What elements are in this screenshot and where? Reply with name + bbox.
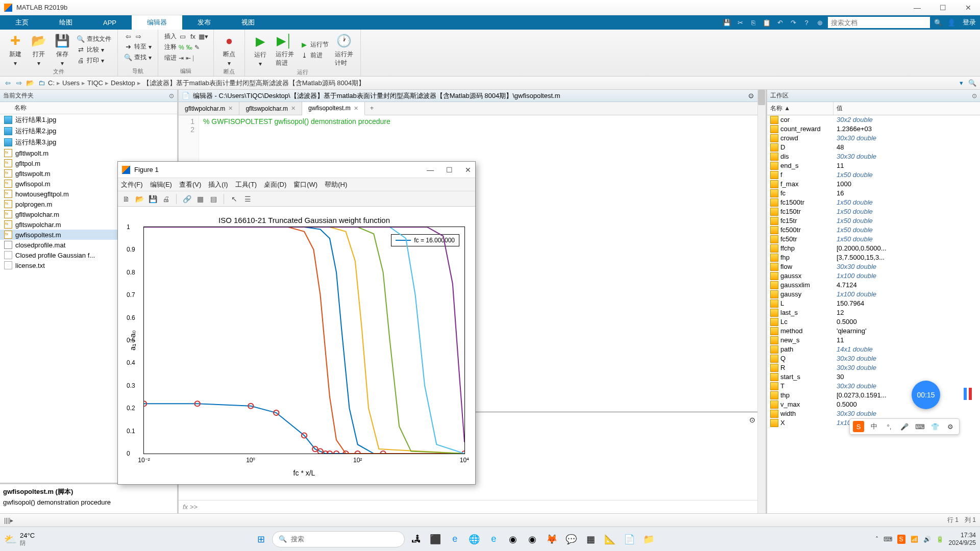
nav-arrows[interactable]: ⇦⇨	[123, 32, 153, 41]
cmd-menu-icon[interactable]: ⊙	[749, 416, 755, 424]
nav-fwd-icon[interactable]: ⇨	[14, 79, 23, 88]
workspace-row[interactable]: start_s30	[767, 372, 980, 382]
figure-menu-item[interactable]: 文件(F)	[121, 180, 143, 189]
fig-maximize-button[interactable]: ☐	[446, 166, 453, 174]
open-fig-icon[interactable]: 📂	[134, 194, 144, 204]
paste-icon[interactable]: 📋	[762, 17, 772, 28]
figure-menu-item[interactable]: 查看(V)	[179, 180, 201, 189]
file-row[interactable]: gfltlwpolt.m	[0, 148, 177, 158]
ime-skin-icon[interactable]: 👕	[929, 421, 941, 432]
tray-volume-icon[interactable]: 🔊	[923, 536, 931, 543]
workspace-row[interactable]: fc15tr1x50 double	[767, 216, 980, 226]
start-button[interactable]: ⊞	[253, 531, 269, 547]
workspace-row[interactable]: flow30x30 double	[767, 262, 980, 271]
add-tab-button[interactable]: +	[365, 102, 379, 115]
workspace-row[interactable]: gaussxlim4.7124	[767, 281, 980, 290]
workspace-row[interactable]: fc500tr1x50 double	[767, 226, 980, 235]
ime-menu-icon[interactable]: ⚙	[945, 421, 956, 432]
editor-tab[interactable]: gwfisopoltest.m✕	[302, 102, 365, 115]
new-fig-icon[interactable]: 🗎	[121, 194, 131, 204]
chrome-icon[interactable]: ◉	[524, 531, 541, 547]
workspace-menu-icon[interactable]: ⊙	[972, 92, 977, 99]
maximize-button[interactable]: ☐	[935, 4, 950, 12]
help-icon[interactable]: ?	[801, 17, 812, 28]
nav-back-icon[interactable]: ⇦	[3, 79, 12, 88]
addon-icon[interactable]: ⊕	[815, 17, 825, 28]
indent-button[interactable]: 缩进 ⇥ ⇤ ⎸	[163, 53, 208, 63]
workspace-row[interactable]: crowd30x30 double	[767, 134, 980, 143]
editor-menu-icon[interactable]: ⊙	[748, 92, 754, 99]
layout2-icon[interactable]: ▤	[208, 194, 218, 204]
ime-keyboard-icon[interactable]: ⌨	[914, 421, 925, 432]
ime-voice-icon[interactable]: 🎤	[899, 421, 910, 432]
edge-icon[interactable]: 🌐	[466, 531, 482, 547]
save-fig-icon[interactable]: 💾	[148, 194, 158, 204]
figure-menu-item[interactable]: 工具(T)	[235, 180, 257, 189]
ime-logo-icon[interactable]: S	[853, 421, 864, 432]
chrome-canary-icon[interactable]: ◉	[505, 531, 521, 547]
editor-tab[interactable]: gfltlwpolchar.m✕	[179, 102, 239, 115]
workspace-row[interactable]: path14x1 double	[767, 345, 980, 354]
workspace-row[interactable]: R30x30 double	[767, 363, 980, 372]
undo-icon[interactable]: ↶	[775, 17, 785, 28]
save-button[interactable]: 💾保存▾	[52, 32, 72, 68]
tray-battery-icon[interactable]: 🔋	[936, 536, 944, 543]
search-docs-input[interactable]	[828, 17, 930, 28]
workspace-row[interactable]: count_reward1.2366e+03	[767, 124, 980, 134]
advance-button[interactable]: ⤓前进	[299, 51, 330, 60]
weather-widget[interactable]: ⛅ 24°C阴	[4, 532, 35, 547]
tab-plots[interactable]: 绘图	[44, 15, 88, 30]
nav-browse-icon[interactable]: 🗀	[37, 79, 46, 88]
close-button[interactable]: ✕	[961, 4, 976, 12]
inspect-icon[interactable]: ☰	[242, 194, 253, 204]
command-prompt[interactable]: fx >>	[179, 500, 766, 513]
editor-tab[interactable]: gfltswpolchar.m✕	[239, 102, 302, 115]
tray-chevron-icon[interactable]: ˄	[875, 536, 878, 543]
figure-menu-item[interactable]: 桌面(D)	[264, 180, 286, 189]
login-link[interactable]: 登录	[963, 18, 976, 27]
app-icon[interactable]: ⬛	[427, 531, 444, 547]
workspace-row[interactable]: last_s12	[767, 308, 980, 317]
workspace-row[interactable]: f1x50 double	[767, 170, 980, 180]
nav-up-icon[interactable]: 📂	[26, 79, 35, 88]
editor-scrollbar[interactable]	[757, 115, 766, 411]
tab-close-icon[interactable]: ✕	[354, 105, 358, 112]
tray-wifi-icon[interactable]: 📶	[911, 536, 918, 543]
figure-menu-item[interactable]: 帮助(H)	[325, 180, 347, 189]
matlab-icon[interactable]: 📐	[602, 531, 618, 547]
tab-editor[interactable]: 编辑器	[132, 15, 182, 30]
minimize-button[interactable]: —	[910, 4, 925, 12]
workspace-row[interactable]: ffchp[0.2000,0.5000...	[767, 244, 980, 253]
workspace-row[interactable]: width30x30 double	[767, 409, 980, 418]
workspace-row[interactable]: L150.7964	[767, 299, 980, 308]
workspace-row[interactable]: f_max1000	[767, 180, 980, 189]
figure-menu-item[interactable]: 窗口(W)	[293, 180, 317, 189]
fig-close-button[interactable]: ✕	[465, 166, 471, 174]
tab-home[interactable]: 主页	[0, 15, 44, 30]
compare-button[interactable]: ⇄比较▾	[76, 45, 112, 55]
save-icon[interactable]: 💾	[722, 17, 732, 28]
print-button[interactable]: 🖨打印▾	[76, 56, 112, 65]
tray-icon[interactable]: ⌨	[884, 536, 892, 543]
wechat-icon[interactable]: 💬	[563, 531, 579, 547]
copy-icon[interactable]: ⎘	[748, 17, 758, 28]
browser-icon[interactable]: e	[485, 531, 502, 547]
open-button[interactable]: 📂打开▾	[29, 32, 49, 68]
workspace-row[interactable]: fc50tr1x50 double	[767, 235, 980, 244]
workspace-row[interactable]: D48	[767, 143, 980, 152]
file-row[interactable]: 运行结果2.jpg	[0, 126, 177, 137]
comment-button[interactable]: 注释 % ‰ ✎	[163, 42, 208, 52]
workspace-row[interactable]: end_s11	[767, 161, 980, 170]
user-icon[interactable]: 👤	[946, 17, 957, 28]
ime-toolbar[interactable]: S 中 °, 🎤 ⌨ 👕 ⚙	[849, 418, 960, 435]
nav-dropdown-icon[interactable]: ▾	[957, 79, 966, 88]
insert-button[interactable]: 插入 ▭ fx ▦▾	[163, 32, 208, 41]
findfiles-button[interactable]: 🔍查找文件	[76, 34, 112, 44]
run-section-button[interactable]: ▶运行节	[299, 40, 330, 49]
workspace-row[interactable]: gaussy1x100 double	[767, 290, 980, 299]
figure-menu-item[interactable]: 插入(I)	[208, 180, 228, 189]
ime-lang-icon[interactable]: 中	[868, 421, 879, 432]
pointer-icon[interactable]: ↖	[229, 194, 239, 204]
layout-icon[interactable]: ▦	[195, 194, 205, 204]
run-button[interactable]: ▶运行▾	[250, 32, 271, 68]
